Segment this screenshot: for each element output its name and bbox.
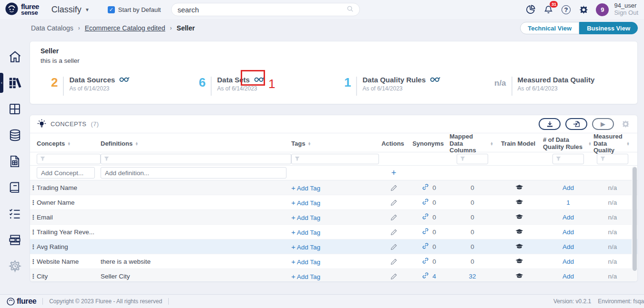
run-classify-button[interactable]: ▶ xyxy=(592,118,614,130)
column-header-measured[interactable]: Measured Data Quality▲▼ xyxy=(593,133,632,154)
row-drag-handle-icon[interactable]: ⋮ xyxy=(31,184,37,191)
synonyms-link[interactable]: 0 xyxy=(422,198,436,207)
download-concepts-button[interactable] xyxy=(539,118,561,130)
preview-glasses-icon[interactable] xyxy=(430,76,440,84)
username: 94_user xyxy=(614,2,638,10)
train-model-cap-icon[interactable] xyxy=(515,214,523,220)
concept-row: ⋮Trading Name+Add Tag00Addn/a xyxy=(30,180,637,195)
train-model-cap-icon[interactable] xyxy=(515,199,523,205)
add-tag-button[interactable]: +Add Tag xyxy=(291,214,320,221)
sidebar-item-glossary[interactable] xyxy=(0,180,30,195)
row-drag-handle-icon[interactable]: ⋮ xyxy=(31,229,37,236)
sort-icon[interactable]: ▲▼ xyxy=(135,142,138,145)
filter-input-measured[interactable] xyxy=(597,154,628,164)
breadcrumb-catalog-link[interactable]: Ecommerce Catalog edited xyxy=(85,24,165,32)
sign-out-link[interactable]: Sign Out xyxy=(614,10,638,17)
filter-input-dq[interactable] xyxy=(552,154,584,164)
sidebar-item-databases[interactable] xyxy=(0,128,30,142)
breadcrumb-data-catalogs[interactable]: Data Catalogs xyxy=(31,24,73,32)
column-header-concept[interactable]: Concepts▲▼ xyxy=(37,140,101,148)
sort-icon[interactable]: ▲▼ xyxy=(490,142,493,145)
sidebar-item-grid[interactable] xyxy=(0,102,30,116)
column-header-dq[interactable]: # of Data Quality Rules▲▼ xyxy=(543,137,593,150)
synonyms-link[interactable]: 0 xyxy=(422,183,436,192)
preview-glasses-icon[interactable] xyxy=(119,76,130,84)
sort-icon[interactable]: ▲▼ xyxy=(307,142,311,145)
sort-icon[interactable]: ▲▼ xyxy=(626,142,630,145)
import-file-button[interactable] xyxy=(565,118,587,130)
dq-rules-link[interactable]: Add xyxy=(562,184,574,191)
edit-pencil-icon[interactable] xyxy=(390,229,398,236)
start-by-default-checkbox-wrap[interactable]: ✓ Start by Default xyxy=(108,6,161,13)
settings-gear-icon[interactable] xyxy=(578,4,589,15)
train-model-cap-icon[interactable] xyxy=(515,185,523,190)
filter-input-definition[interactable] xyxy=(101,154,291,164)
row-drag-handle-icon[interactable]: ⋮ xyxy=(31,258,37,265)
sidebar-item-data-catalogs[interactable]: ‹ xyxy=(0,76,30,90)
edit-pencil-icon[interactable] xyxy=(390,273,398,280)
sidebar-item-history-settings[interactable] xyxy=(0,259,30,273)
train-model-cap-icon[interactable] xyxy=(515,273,523,279)
add-tag-button[interactable]: +Add Tag xyxy=(291,229,320,236)
synonyms-link[interactable]: 0 xyxy=(422,242,436,251)
edit-pencil-icon[interactable] xyxy=(390,243,398,250)
dq-rules-link[interactable]: Add xyxy=(562,243,574,250)
train-model-cap-icon[interactable] xyxy=(515,229,523,235)
entity-title: Seller xyxy=(41,47,637,55)
row-drag-handle-icon[interactable]: ⋮ xyxy=(31,214,37,221)
synonyms-link[interactable]: 0 xyxy=(422,213,436,221)
add-tag-button[interactable]: +Add Tag xyxy=(291,185,320,192)
column-header-tags[interactable]: Tags▲▼ xyxy=(291,140,379,148)
dq-rules-link[interactable]: Add xyxy=(562,258,574,265)
add-tag-button[interactable]: +Add Tag xyxy=(291,244,320,251)
sidebar-item-data-sets[interactable] xyxy=(0,154,30,169)
sidebar-item-checklist[interactable] xyxy=(0,207,30,221)
edit-pencil-icon[interactable] xyxy=(390,184,398,191)
add-definition-input[interactable] xyxy=(101,167,286,179)
train-model-cap-icon[interactable] xyxy=(515,244,523,249)
sort-icon[interactable]: ▲▼ xyxy=(588,142,592,145)
table-settings-gear-icon[interactable] xyxy=(622,120,630,128)
sidebar-item-data-layers[interactable] xyxy=(0,233,30,247)
mapped-columns-count[interactable]: 32 xyxy=(469,273,476,280)
column-header-definition[interactable]: Definitions▲▼ xyxy=(101,140,291,148)
add-tag-button[interactable]: +Add Tag xyxy=(291,273,320,280)
dq-rules-link[interactable]: Add xyxy=(562,229,574,236)
filter-input-mapped[interactable] xyxy=(457,154,488,164)
dq-rules-link[interactable]: Add xyxy=(562,214,574,221)
row-drag-handle-icon[interactable]: ⋮ xyxy=(31,273,37,280)
row-drag-handle-icon[interactable]: ⋮ xyxy=(31,199,37,206)
add-concept-plus-button[interactable]: + xyxy=(379,169,409,177)
app-logo[interactable]: fluree sense xyxy=(5,2,39,18)
train-model-cap-icon[interactable] xyxy=(515,258,523,264)
synonyms-link[interactable]: 4 xyxy=(422,272,436,280)
add-tag-button[interactable]: +Add Tag xyxy=(291,199,320,207)
edit-pencil-icon[interactable] xyxy=(390,258,398,265)
help-icon[interactable]: ? xyxy=(561,4,571,15)
row-drag-handle-icon[interactable]: ⋮ xyxy=(31,243,37,250)
filter-input-concept[interactable] xyxy=(37,154,101,164)
user-avatar[interactable]: 9 xyxy=(596,3,609,16)
dq-rules-link[interactable]: Add xyxy=(562,273,574,280)
synonyms-link[interactable]: 0 xyxy=(422,257,436,266)
search-bar[interactable] xyxy=(171,3,360,16)
notifications-bell-icon[interactable]: 31 xyxy=(543,4,553,15)
sidebar-item-home[interactable] xyxy=(0,50,30,64)
add-concept-input[interactable] xyxy=(37,167,95,179)
concept-definition: there is a website xyxy=(101,258,291,265)
checkbox-checked-icon[interactable]: ✓ xyxy=(108,6,115,13)
filter-input-tags[interactable] xyxy=(291,154,379,164)
technical-view-button[interactable]: Technical View xyxy=(520,22,579,34)
sort-icon[interactable]: ▲▼ xyxy=(67,142,71,145)
search-input[interactable] xyxy=(177,6,347,14)
business-view-button[interactable]: Business View xyxy=(579,22,638,34)
add-tag-button[interactable]: +Add Tag xyxy=(291,258,320,266)
edit-pencil-icon[interactable] xyxy=(390,214,398,221)
edit-pencil-icon[interactable] xyxy=(390,199,398,206)
pie-chart-icon[interactable] xyxy=(525,4,536,15)
synonyms-link[interactable]: 0 xyxy=(422,228,436,236)
module-dropdown[interactable]: Classify ▼ xyxy=(51,5,90,15)
table-scrollbar-thumb[interactable] xyxy=(633,167,637,271)
dq-rules-link[interactable]: 1 xyxy=(566,199,570,206)
column-header-mapped[interactable]: Mapped Data Columns▲▼ xyxy=(450,133,495,154)
